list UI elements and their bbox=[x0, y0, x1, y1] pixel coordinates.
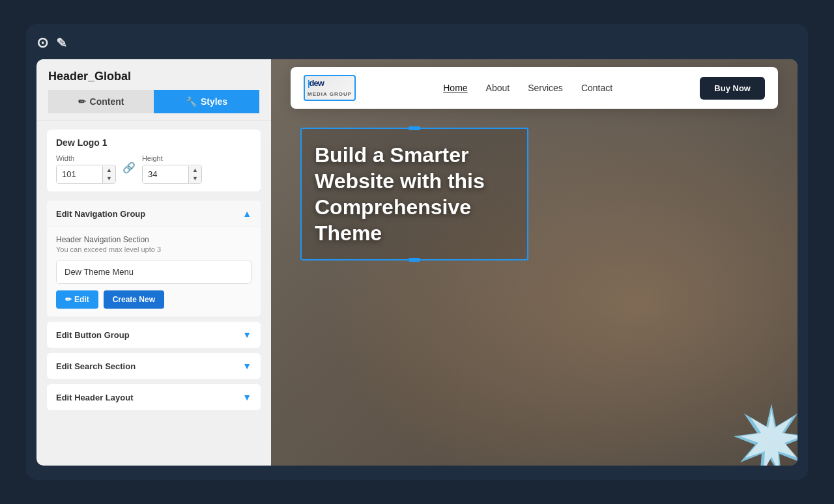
tab-row: ✏ Content 🔧 Styles bbox=[48, 90, 259, 113]
pencil-icon: ✏ bbox=[78, 96, 86, 107]
selection-handle-top bbox=[409, 126, 420, 130]
menu-item-box: Dew Theme Menu bbox=[56, 260, 252, 284]
tab-styles[interactable]: 🔧 Styles bbox=[154, 90, 259, 113]
wrench-icon: 🔧 bbox=[186, 96, 197, 107]
preview-logo: |dew MEDIA GROUP bbox=[304, 75, 356, 101]
width-group: Width ▲ ▼ bbox=[56, 154, 116, 184]
nav-group-chevron: ▲ bbox=[242, 208, 252, 219]
panel-header: Header_Global ✏ Content 🔧 Styles bbox=[36, 59, 271, 120]
button-group-chevron: ▼ bbox=[242, 329, 252, 340]
panel-title: Header_Global bbox=[48, 70, 259, 83]
height-arrows: ▲ ▼ bbox=[188, 166, 201, 183]
search-section-title: Edit Search Section bbox=[56, 361, 136, 371]
dimension-row: Width ▲ ▼ 🔗 Height bbox=[56, 154, 252, 184]
nav-section-label: Header Navigation Section bbox=[56, 235, 252, 244]
app-icon-1[interactable]: ⊙ bbox=[36, 35, 48, 51]
edit-pencil-icon: ✏ bbox=[65, 295, 72, 304]
nav-group-section: Edit Navigation Group ▲ Header Navigatio… bbox=[47, 201, 261, 316]
width-down-arrow[interactable]: ▼ bbox=[103, 175, 115, 183]
left-panel: Header_Global ✏ Content 🔧 Styles Dew Log… bbox=[36, 59, 271, 466]
width-input[interactable] bbox=[57, 165, 102, 183]
link-icon: 🔗 bbox=[122, 161, 136, 174]
header-layout-header[interactable]: Edit Header Layout ▼ bbox=[47, 384, 261, 410]
nav-group-header[interactable]: Edit Navigation Group ▲ bbox=[47, 201, 261, 227]
app-icon-2[interactable]: ✎ bbox=[56, 35, 67, 51]
search-section: Edit Search Section ▼ bbox=[47, 353, 261, 379]
height-input-wrap: ▲ ▼ bbox=[142, 165, 202, 184]
panel-body: Dew Logo 1 Width ▲ ▼ bbox=[36, 120, 271, 466]
top-bar: ⊙ ✎ bbox=[36, 35, 798, 51]
action-buttons: ✏ Edit Create New bbox=[56, 290, 252, 309]
button-group-section: Edit Button Group ▼ bbox=[47, 322, 261, 348]
button-group-title: Edit Button Group bbox=[56, 330, 130, 340]
hero-box: Build a Smarter Website with this Compre… bbox=[300, 128, 528, 260]
selection-handle-bottom bbox=[409, 258, 420, 262]
nav-section-hint: You can exceed max level upto 3 bbox=[56, 245, 252, 253]
app-frame: ⊙ ✎ Header_Global ✏ Content 🔧 Styles bbox=[26, 24, 808, 480]
search-section-header[interactable]: Edit Search Section ▼ bbox=[47, 353, 261, 379]
height-up-arrow[interactable]: ▲ bbox=[189, 166, 201, 175]
height-group: Height ▲ ▼ bbox=[142, 154, 202, 184]
width-up-arrow[interactable]: ▲ bbox=[103, 166, 115, 175]
header-layout-chevron: ▼ bbox=[242, 392, 252, 402]
search-section-chevron: ▼ bbox=[242, 361, 252, 371]
width-input-wrap: ▲ ▼ bbox=[56, 165, 116, 184]
nav-group-body: Header Navigation Section You can exceed… bbox=[47, 227, 261, 316]
height-label: Height bbox=[142, 154, 202, 162]
width-arrows: ▲ ▼ bbox=[102, 166, 115, 183]
cta-button[interactable]: Buy Now bbox=[700, 77, 765, 100]
nav-services[interactable]: Services bbox=[528, 83, 563, 93]
height-down-arrow[interactable]: ▼ bbox=[189, 175, 201, 183]
logo-image: |dew MEDIA GROUP bbox=[304, 75, 356, 101]
nav-about[interactable]: About bbox=[486, 83, 510, 93]
main-content: Header_Global ✏ Content 🔧 Styles Dew Log… bbox=[36, 59, 798, 466]
hero-text: Build a Smarter Website with this Compre… bbox=[315, 142, 514, 246]
button-group-header[interactable]: Edit Button Group ▼ bbox=[47, 322, 261, 348]
header-layout-section: Edit Header Layout ▼ bbox=[47, 384, 261, 410]
logo-section: Dew Logo 1 Width ▲ ▼ bbox=[47, 130, 261, 191]
height-input[interactable] bbox=[143, 165, 188, 183]
nav-group-title: Edit Navigation Group bbox=[56, 209, 145, 219]
nav-home[interactable]: Home bbox=[443, 83, 467, 93]
edit-button[interactable]: ✏ Edit bbox=[56, 290, 98, 309]
preview-header: |dew MEDIA GROUP Home About Services Con… bbox=[291, 67, 778, 109]
preview-background bbox=[271, 59, 798, 466]
header-layout-title: Edit Header Layout bbox=[56, 393, 133, 402]
tab-content[interactable]: ✏ Content bbox=[48, 90, 154, 113]
decorative-burst bbox=[732, 400, 798, 466]
preview-panel: |dew MEDIA GROUP Home About Services Con… bbox=[271, 59, 798, 466]
width-label: Width bbox=[56, 154, 116, 162]
preview-nav: Home About Services Contact bbox=[443, 83, 612, 93]
nav-contact[interactable]: Contact bbox=[581, 83, 612, 93]
logo-section-title: Dew Logo 1 bbox=[56, 137, 252, 148]
create-new-button[interactable]: Create New bbox=[104, 290, 164, 309]
